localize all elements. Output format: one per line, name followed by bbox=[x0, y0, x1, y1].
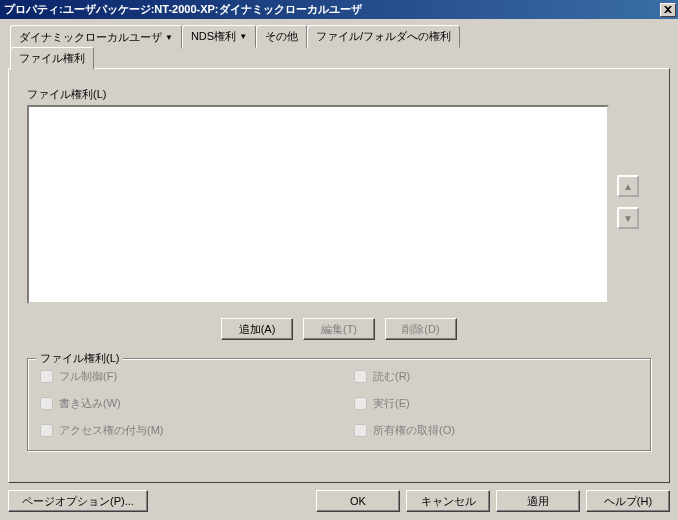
checkbox-input[interactable] bbox=[40, 370, 53, 383]
dialog-button-row: ページオプション(P)... OK キャンセル 適用 ヘルプ(H) bbox=[8, 490, 670, 512]
checkbox-input[interactable] bbox=[40, 397, 53, 410]
reorder-buttons: ▲ ▼ bbox=[617, 175, 639, 229]
apply-button[interactable]: 適用 bbox=[496, 490, 580, 512]
button-label: OK bbox=[350, 495, 366, 507]
checkbox-input[interactable] bbox=[354, 397, 367, 410]
tab-row-2: ファイル権利 bbox=[10, 47, 670, 69]
list-label: ファイル権利(L) bbox=[27, 87, 651, 102]
window-body: ダイナミックローカルユーザ ▼ NDS権利 ▼ その他 ファイル/フォルダへの権… bbox=[0, 19, 678, 520]
cancel-button[interactable]: キャンセル bbox=[406, 490, 490, 512]
tab-file-rights[interactable]: ファイル権利 bbox=[10, 47, 94, 70]
checkbox-execute[interactable]: 実行(E) bbox=[354, 396, 638, 411]
page-options-button[interactable]: ページオプション(P)... bbox=[8, 490, 148, 512]
chevron-down-icon: ▼ bbox=[239, 32, 247, 41]
list-button-row: 追加(A) 編集(T) 削除(D) bbox=[27, 318, 651, 340]
add-button[interactable]: 追加(A) bbox=[221, 318, 293, 340]
button-label: 削除(D) bbox=[402, 322, 439, 337]
checkbox-full-control[interactable]: フル制御(F) bbox=[40, 369, 324, 384]
tab-label: ファイル/フォルダへの権利 bbox=[316, 29, 451, 44]
file-rights-listbox[interactable] bbox=[27, 105, 609, 304]
checkbox-label: アクセス権の付与(M) bbox=[59, 423, 164, 438]
ok-button[interactable]: OK bbox=[316, 490, 400, 512]
tab-nds-rights[interactable]: NDS権利 ▼ bbox=[182, 25, 256, 48]
tab-dynamic-local-user[interactable]: ダイナミックローカルユーザ ▼ bbox=[10, 25, 182, 49]
tab-other[interactable]: その他 bbox=[256, 25, 307, 48]
tab-label: ファイル権利 bbox=[19, 51, 85, 66]
tab-row-1: ダイナミックローカルユーザ ▼ NDS権利 ▼ その他 ファイル/フォルダへの権… bbox=[10, 25, 670, 48]
checkbox-input[interactable] bbox=[40, 424, 53, 437]
checkbox-label: 所有権の取得(O) bbox=[373, 423, 455, 438]
chevron-down-icon: ▼ bbox=[165, 33, 173, 42]
move-down-button[interactable]: ▼ bbox=[617, 207, 639, 229]
checkbox-label: 読む(R) bbox=[373, 369, 410, 384]
close-icon bbox=[664, 6, 672, 13]
checkbox-take-ownership[interactable]: 所有権の取得(O) bbox=[354, 423, 638, 438]
checkbox-input[interactable] bbox=[354, 370, 367, 383]
tab-file-folder-rights[interactable]: ファイル/フォルダへの権利 bbox=[307, 25, 460, 48]
title-bar: プロパティ:ユーザパッケージ:NT-2000-XP:ダイナミックローカルユーザ bbox=[0, 0, 678, 19]
close-button[interactable] bbox=[660, 3, 676, 17]
checkbox-label: 実行(E) bbox=[373, 396, 410, 411]
triangle-down-icon: ▼ bbox=[623, 213, 633, 224]
help-button[interactable]: ヘルプ(H) bbox=[586, 490, 670, 512]
checkbox-label: フル制御(F) bbox=[59, 369, 117, 384]
delete-button[interactable]: 削除(D) bbox=[385, 318, 457, 340]
tab-panel: ファイル権利(L) ▲ ▼ 追加(A) 編集(T) 削除(D) ファイル権利(L… bbox=[8, 68, 670, 483]
triangle-up-icon: ▲ bbox=[623, 181, 633, 192]
group-legend: ファイル権利(L) bbox=[36, 351, 123, 366]
checkbox-write[interactable]: 書き込み(W) bbox=[40, 396, 324, 411]
tab-label: ダイナミックローカルユーザ bbox=[19, 30, 162, 45]
tab-label: その他 bbox=[265, 29, 298, 44]
checkbox-input[interactable] bbox=[354, 424, 367, 437]
window-title: プロパティ:ユーザパッケージ:NT-2000-XP:ダイナミックローカルユーザ bbox=[4, 2, 660, 17]
checkbox-label: 書き込み(W) bbox=[59, 396, 121, 411]
button-label: キャンセル bbox=[421, 494, 476, 509]
button-label: 追加(A) bbox=[239, 322, 276, 337]
checkbox-grant-access[interactable]: アクセス権の付与(M) bbox=[40, 423, 324, 438]
tab-label: NDS権利 bbox=[191, 29, 236, 44]
file-rights-group: ファイル権利(L) フル制御(F) 読む(R) 書き込み(W) 実行(E) bbox=[27, 358, 651, 451]
move-up-button[interactable]: ▲ bbox=[617, 175, 639, 197]
checkbox-read[interactable]: 読む(R) bbox=[354, 369, 638, 384]
button-label: ページオプション(P)... bbox=[22, 494, 134, 509]
button-label: ヘルプ(H) bbox=[604, 494, 652, 509]
edit-button[interactable]: 編集(T) bbox=[303, 318, 375, 340]
button-label: 編集(T) bbox=[321, 322, 357, 337]
button-label: 適用 bbox=[527, 494, 549, 509]
